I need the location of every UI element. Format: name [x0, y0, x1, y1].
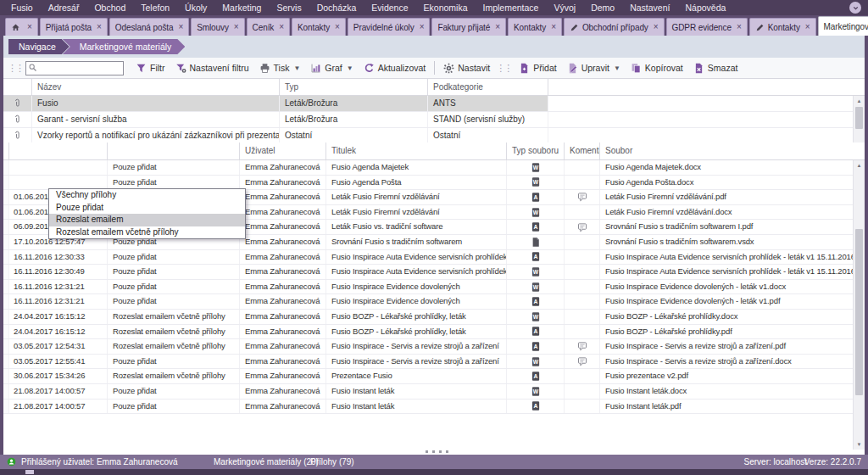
resize-grip[interactable]: [25, 470, 34, 474]
menu-item-marketing[interactable]: Marketing: [214, 0, 269, 15]
column-header-komentar[interactable]: Komentář: [565, 142, 600, 159]
tisk-button[interactable]: Tisk▼: [254, 59, 306, 77]
close-icon[interactable]: ×: [805, 23, 810, 31]
window-chevron-button[interactable]: [849, 2, 861, 14]
tab-faktury-prijate[interactable]: Faktury přijaté×: [431, 18, 506, 36]
attachments-vscroll[interactable]: ▲ ▼: [853, 160, 865, 450]
dropdown-option-vsechny-prilohy[interactable]: Všechny přílohy: [49, 189, 245, 202]
close-icon[interactable]: ×: [178, 23, 183, 31]
attachment-row[interactable]: 21.08.2017 14:00:57Pouze přidatEmma Zahu…: [3, 384, 865, 400]
menu-item-dochazka[interactable]: Docházka: [309, 0, 364, 15]
table-row[interactable]: Garant - servisní službaLeták/BrožuraSTA…: [3, 112, 865, 128]
cell-typ-souboru: W: [507, 160, 565, 175]
attachment-row[interactable]: 21.08.2017 14:00:57Pouze přidatEmma Zahu…: [3, 400, 865, 415]
close-icon[interactable]: ×: [654, 23, 659, 31]
dropdown-option-rozeslat-emailem[interactable]: Rozeslat emailem: [49, 214, 245, 226]
close-icon[interactable]: ×: [97, 23, 102, 31]
upravit-button[interactable]: Upravit▼: [562, 59, 626, 77]
scroll-up-icon[interactable]: ▲: [854, 160, 865, 170]
scroll-thumb[interactable]: [855, 229, 863, 395]
caret-down-icon[interactable]: ▼: [347, 64, 353, 72]
attachment-row[interactable]: 24.04.2017 16:15:12Rozeslat emailem včet…: [3, 310, 865, 325]
menu-item-napoveda[interactable]: Nápověda: [677, 0, 733, 15]
breadcrumb-marketingove-materialy[interactable]: Marketingové materiály: [63, 39, 186, 54]
filtr-button[interactable]: Filtr: [131, 59, 170, 77]
smazat-button[interactable]: Smazat: [688, 59, 743, 77]
menu-item-ekonomika[interactable]: Ekonomika: [416, 0, 476, 15]
nastavit-button[interactable]: Nastavit: [438, 59, 495, 77]
close-icon[interactable]: ×: [551, 23, 556, 31]
tab-smlouvy[interactable]: Smlouvy×: [191, 18, 244, 36]
drag-handle-icon[interactable]: ⋮⋮: [8, 64, 23, 72]
attachment-row[interactable]: 16.11.2016 12:30:49Pouze přidatEmma Zahu…: [3, 265, 865, 280]
svg-text:W: W: [532, 284, 538, 290]
tab-kontakty[interactable]: Kontakty×: [508, 18, 562, 36]
breadcrumb-navigace[interactable]: Navigace: [8, 39, 70, 54]
tab-odeslana-posta[interactable]: Odeslaná pošta×: [109, 18, 189, 36]
attachment-row[interactable]: 03.05.2017 12:54:31Rozeslat emailem včet…: [3, 339, 865, 355]
graf-button[interactable]: Graf▼: [305, 59, 358, 77]
close-icon[interactable]: ×: [27, 23, 32, 31]
menu-item-telefon[interactable]: Telefon: [133, 0, 177, 15]
attachment-row[interactable]: Pouze přidatEmma ZahuranecováFusio Agend…: [3, 160, 865, 176]
close-icon[interactable]: ×: [737, 23, 742, 31]
attachment-row[interactable]: 30.06.2017 15:34:26Rozeslat emailem včet…: [3, 369, 865, 384]
attachment-row[interactable]: 16.11.2016 12:31:21Pouze přidatEmma Zahu…: [3, 280, 865, 295]
attachment-row[interactable]: 16.11.2016 12:30:33Pouze přidatEmma Zahu…: [3, 250, 865, 265]
caret-down-icon[interactable]: ▼: [293, 64, 300, 72]
menu-item-obchod[interactable]: Obchod: [86, 0, 133, 15]
scroll-up-icon[interactable]: ▲: [854, 96, 865, 106]
header-cell[interactable]: [3, 79, 32, 95]
attachment-row[interactable]: 16.11.2016 12:31:21Pouze přidatEmma Zahu…: [3, 294, 865, 310]
menu-item-servis[interactable]: Servis: [269, 0, 309, 15]
tab-obchodni-pripady[interactable]: Obchodní případy×: [564, 18, 665, 36]
dropdown-option-rozeslat-emailem-vcetne-prilohy[interactable]: Rozeslat emailem včetně přílohy: [49, 226, 245, 239]
menu-item-fusio[interactable]: Fusio: [3, 0, 41, 15]
close-icon[interactable]: ×: [279, 23, 284, 31]
column-header-typ[interactable]: Typ: [280, 79, 428, 95]
column-header-blank[interactable]: [108, 142, 240, 159]
search-input[interactable]: [25, 61, 124, 75]
column-header-soubor[interactable]: Soubor: [600, 142, 865, 159]
tab-marketingove-materialy[interactable]: Marketingové materiály×: [818, 16, 868, 36]
column-header-nazev[interactable]: Název: [32, 79, 280, 95]
column-header-uzivatel[interactable]: Uživatel: [240, 142, 326, 159]
close-icon[interactable]: ×: [234, 23, 239, 31]
scroll-thumb[interactable]: [855, 107, 863, 129]
hscroll-dots[interactable]: [426, 450, 448, 453]
header-cell[interactable]: [548, 79, 865, 95]
close-icon[interactable]: ×: [335, 23, 340, 31]
scroll-down-icon[interactable]: ▼: [854, 439, 865, 450]
column-header-titulek[interactable]: Titulek: [326, 142, 507, 159]
close-icon[interactable]: ×: [420, 23, 425, 31]
nastaveni-filtru-button[interactable]: Nastavení filtru: [170, 59, 254, 77]
pridat-button[interactable]: Přidat: [514, 59, 561, 77]
tab-kontakty[interactable]: Kontakty×: [749, 18, 816, 36]
drag-handle-icon[interactable]: ⋮⋮: [496, 64, 511, 72]
tab-gdpr-evidence[interactable]: GDPR evidence×: [666, 18, 748, 36]
dropdown-option-pouze-pridat[interactable]: Pouze přidat: [49, 202, 245, 215]
column-header-blank[interactable]: [8, 142, 108, 159]
kopirovat-button[interactable]: Kopírovat: [626, 59, 688, 77]
menu-item-ukoly[interactable]: Úkoly: [177, 0, 214, 15]
tab-prijata-posta[interactable]: Přijatá pošta×: [40, 18, 108, 36]
attachment-row[interactable]: 24.04.2017 16:15:12Rozeslat emailem včet…: [3, 325, 865, 340]
menu-item-evidence[interactable]: Evidence: [364, 0, 415, 15]
tab-kontakty[interactable]: Kontakty×: [292, 18, 346, 36]
menu-item-implementace[interactable]: Implementace: [476, 0, 547, 15]
aktualizovat-button[interactable]: Aktualizovat: [359, 59, 431, 77]
menu-item-demo[interactable]: Demo: [583, 0, 622, 15]
menu-item-vyvoj[interactable]: Vývoj: [546, 0, 583, 15]
column-header-podkategorie[interactable]: Podkategorie: [428, 79, 548, 95]
tab-cenik[interactable]: Ceník×: [247, 18, 290, 36]
caret-down-icon[interactable]: ▼: [614, 64, 620, 72]
attachment-row[interactable]: 03.05.2017 12:55:41Pouze přidatEmma Zahu…: [3, 355, 865, 370]
menu-item-adresar[interactable]: Adresář: [41, 0, 87, 15]
tab-pravidelne-ukoly[interactable]: Pravidelné úkoly×: [348, 18, 431, 36]
svg-text:A: A: [533, 328, 537, 334]
column-header-typ-souboru[interactable]: Typ souboru: [507, 142, 565, 159]
menu-item-nastaveni[interactable]: Nastavení: [622, 0, 677, 15]
tab-home[interactable]: ×: [5, 18, 38, 36]
table-row[interactable]: FusioLeták/BrožuraANTS: [3, 96, 865, 112]
close-icon[interactable]: ×: [495, 23, 500, 31]
